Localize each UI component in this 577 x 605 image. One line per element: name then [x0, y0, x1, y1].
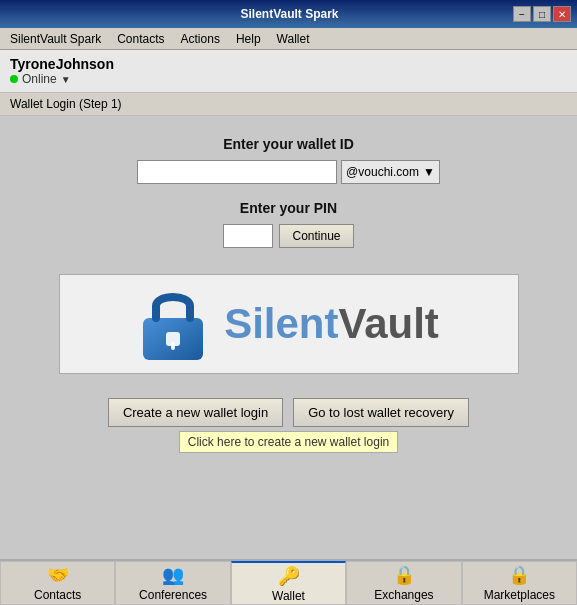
menu-bar: SilentVault Spark Contacts Actions Help … [0, 28, 577, 50]
tab-exchanges[interactable]: 🔒 Exchanges [346, 561, 461, 605]
wallet-id-section: Enter your wallet ID @vouchi.com ▼ [137, 136, 440, 184]
logo-text: SilentVault [224, 300, 439, 348]
tab-exchanges-label: Exchanges [374, 588, 433, 602]
logo-silent: Silent [224, 300, 338, 347]
close-button[interactable]: ✕ [553, 6, 571, 22]
conferences-icon: 👥 [162, 564, 184, 586]
svg-rect-2 [171, 342, 175, 350]
wallet-id-input[interactable] [137, 160, 337, 184]
continue-button[interactable]: Continue [279, 224, 353, 248]
wallet-id-label: Enter your wallet ID [223, 136, 354, 152]
title-bar: SilentVault Spark − □ ✕ [0, 0, 577, 28]
app-title: SilentVault Spark [66, 7, 513, 21]
logo-vault: Vault [338, 300, 438, 347]
wallet-id-row: @vouchi.com ▼ [137, 160, 440, 184]
user-bar: TyroneJohnson Online ▼ [0, 50, 577, 93]
domain-option-label: @vouchi.com [346, 165, 419, 179]
tooltip: Click here to create a new wallet login [179, 431, 398, 453]
menu-silentvault-spark[interactable]: SilentVault Spark [4, 30, 107, 48]
contacts-icon: 🤝 [47, 564, 69, 586]
maximize-button[interactable]: □ [533, 6, 551, 22]
menu-wallet[interactable]: Wallet [271, 30, 316, 48]
action-buttons: Create a new wallet login Go to lost wal… [108, 398, 469, 427]
user-status: Online ▼ [10, 72, 567, 86]
minimize-button[interactable]: − [513, 6, 531, 22]
tab-conferences[interactable]: 👥 Conferences [115, 561, 230, 605]
step-label: Wallet Login (Step 1) [0, 93, 577, 116]
menu-contacts[interactable]: Contacts [111, 30, 170, 48]
lock-icon [138, 284, 208, 364]
tab-marketplaces[interactable]: 🔒 Marketplaces [462, 561, 577, 605]
status-dropdown-icon[interactable]: ▼ [61, 74, 71, 85]
tab-contacts-label: Contacts [34, 588, 81, 602]
tab-wallet-label: Wallet [272, 589, 305, 603]
lost-wallet-button[interactable]: Go to lost wallet recovery [293, 398, 469, 427]
tab-contacts[interactable]: 🤝 Contacts [0, 561, 115, 605]
tab-bar: 🤝 Contacts 👥 Conferences 🔑 Wallet 🔒 Exch… [0, 559, 577, 605]
pin-input[interactable] [223, 224, 273, 248]
pin-row: Continue [223, 224, 353, 248]
pin-label: Enter your PIN [240, 200, 337, 216]
status-dot [10, 75, 18, 83]
tab-marketplaces-label: Marketplaces [484, 588, 555, 602]
tab-conferences-label: Conferences [139, 588, 207, 602]
create-wallet-button[interactable]: Create a new wallet login [108, 398, 283, 427]
logo-area: SilentVault [59, 274, 519, 374]
exchanges-icon: 🔒 [393, 564, 415, 586]
pin-section: Enter your PIN Continue [223, 200, 353, 248]
window-controls: − □ ✕ [513, 6, 571, 22]
tab-wallet[interactable]: 🔑 Wallet [231, 561, 346, 605]
domain-select[interactable]: @vouchi.com ▼ [341, 160, 440, 184]
status-label: Online [22, 72, 57, 86]
menu-actions[interactable]: Actions [175, 30, 226, 48]
marketplaces-icon: 🔒 [508, 564, 530, 586]
main-content: Enter your wallet ID @vouchi.com ▼ Enter… [0, 116, 577, 605]
menu-help[interactable]: Help [230, 30, 267, 48]
user-name: TyroneJohnson [10, 56, 567, 72]
domain-dropdown-icon: ▼ [423, 165, 435, 179]
wallet-icon: 🔑 [278, 565, 300, 587]
